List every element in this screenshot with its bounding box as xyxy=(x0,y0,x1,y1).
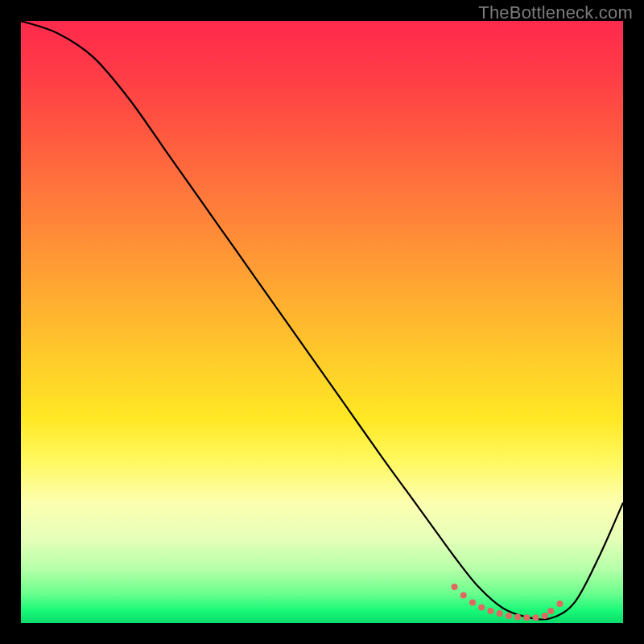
highlight-dot xyxy=(547,608,554,614)
chart-curve xyxy=(21,21,623,619)
watermark-text: TheBottleneck.com xyxy=(478,2,633,23)
chart-stage: TheBottleneck.com xyxy=(0,0,644,644)
highlight-dot xyxy=(452,584,458,590)
highlight-dot xyxy=(542,613,548,619)
highlight-dot xyxy=(478,605,485,611)
highlight-dot xyxy=(487,608,493,614)
chart-svg xyxy=(21,21,623,623)
chart-highlight-dots xyxy=(452,584,564,621)
highlight-dot xyxy=(497,610,503,617)
highlight-dot xyxy=(556,601,563,607)
highlight-dot xyxy=(469,600,476,606)
highlight-dot xyxy=(523,614,530,621)
highlight-dot xyxy=(506,613,512,619)
highlight-dot xyxy=(460,592,467,599)
highlight-dot xyxy=(514,614,521,621)
chart-plot-area xyxy=(21,21,623,623)
highlight-dot xyxy=(533,614,539,621)
